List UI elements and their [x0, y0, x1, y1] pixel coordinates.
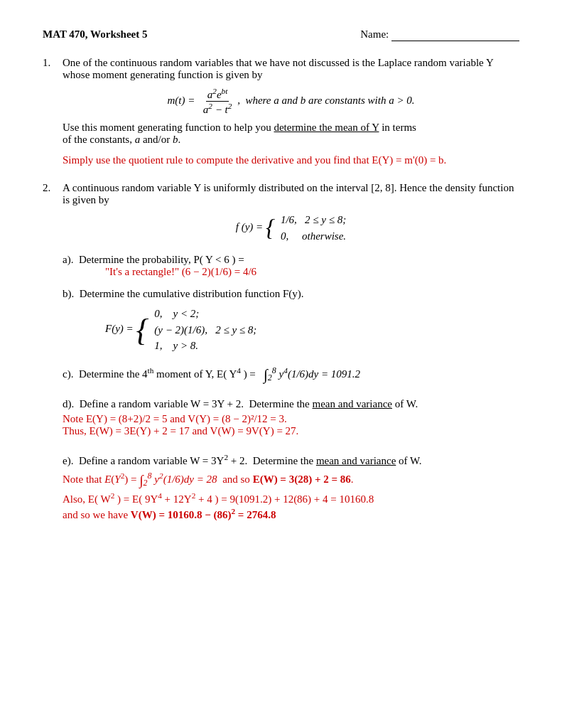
part-d-answer2: Thus, E(W) = 3E(Y) + 2 = 17 and V(W) = 9… [63, 425, 519, 437]
part-e-answer2: Also, E( W2 ) = E( 9Y4 + 12Y2 + 4 ) = 9(… [63, 491, 519, 505]
part-e-answer1: Note that E(Y2) = ∫28 y2(1/6)dy = 28 and… [63, 471, 519, 488]
worksheet-title: MAT 470, Worksheet 5 [43, 28, 148, 41]
problem-1: 1. One of the continuous random variable… [43, 57, 519, 166]
part-b: b). Determine the cumulative distributio… [63, 288, 519, 354]
problem-1-answer: Simply use the quotient rule to compute … [63, 154, 519, 166]
problem-1-text1: One of the continuous random variables t… [63, 57, 519, 81]
part-a: a). Determine the probability, P( Y < 6 … [63, 254, 519, 278]
problem-1-text2: Use this moment generating function to h… [63, 122, 519, 146]
part-e: e). Define a random variable W = 3Y2 + 2… [63, 453, 519, 521]
problem-1-content: One of the continuous random variables t… [63, 57, 519, 166]
cdf-formula: F(y) = { 0, y < 2; (y − 2)(1/6), 2 ≤ y ≤… [105, 306, 519, 354]
page-header: MAT 470, Worksheet 5 Name: [43, 28, 519, 41]
problem-2-number: 2. [43, 182, 63, 524]
name-underline [391, 28, 519, 41]
problem-2-text1: A continuous random variable Y is unifor… [63, 182, 519, 206]
problem-1-number: 1. [43, 57, 63, 166]
part-c: c). Determine the 4th moment of Y, E( Y4… [63, 365, 519, 384]
mean-of-y-underline: determine the mean of Y [274, 122, 379, 133]
problem-2: 2. A continuous random variable Y is uni… [43, 182, 519, 524]
name-field: Name: [360, 28, 519, 41]
part-d-answer1: Note E(Y) = (8+2)/2 = 5 and V(Y) = (8 − … [63, 413, 519, 425]
mgf-formula: m(t) = a2ebt a2 − t2 , where a and b are… [63, 87, 519, 116]
part-a-answer: "It's a rectangle!" (6 − 2)(1/6) = 4/6 [105, 266, 519, 278]
part-e-answer3: and so we have V(W) = 10160.8 − (86)2 = … [63, 507, 519, 521]
problem-2-content: A continuous random variable Y is unifor… [63, 182, 519, 524]
density-formula: f (y) = { 1/6, 2 ≤ y ≤ 8; 0, otherwise. [63, 212, 519, 244]
part-d: d). Define a random variable W = 3Y + 2.… [63, 398, 519, 437]
